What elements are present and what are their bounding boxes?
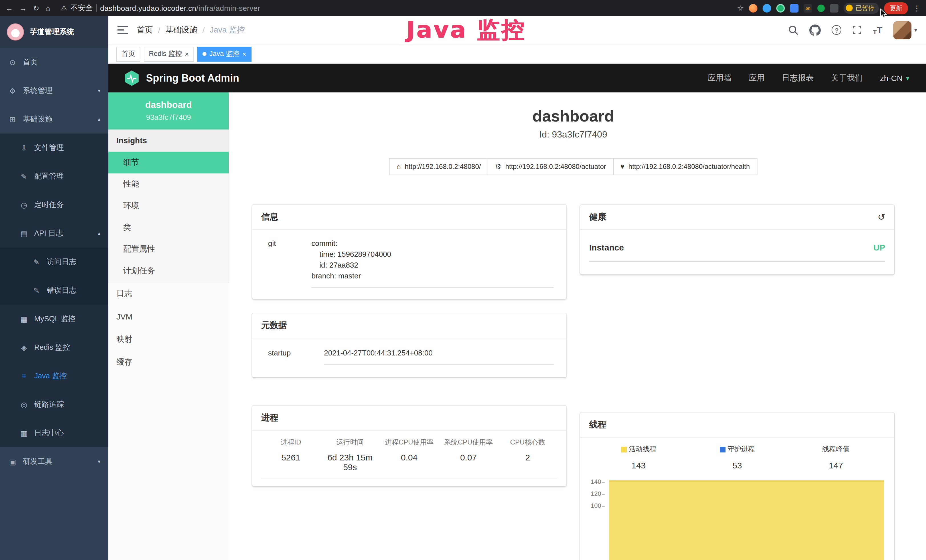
sba-menu-journal[interactable]: 日志报表: [782, 73, 814, 83]
sidebar-item-config-management[interactable]: ✎ 配置管理: [0, 162, 108, 191]
system-cpu: 系统CPU使用率 0.07: [439, 437, 498, 472]
sidebar-item-label: 基础设施: [23, 114, 53, 124]
sidebar-item-infrastructure[interactable]: ⊞ 基础设施 ▴: [0, 105, 108, 133]
sba-item-details[interactable]: 细节: [108, 152, 229, 173]
sidebar-item-redis-monitor[interactable]: ◈ Redis 监控: [0, 333, 108, 362]
extension-icon-onetab[interactable]: on: [803, 4, 812, 12]
extension-icon-fox[interactable]: [749, 4, 758, 12]
trace-icon: ◎: [20, 400, 29, 409]
sba-item-environment[interactable]: 环境: [108, 195, 229, 217]
health-url-link[interactable]: ♥ http://192.168.0.2:48080/actuator/heal…: [613, 158, 757, 175]
sba-item-metrics[interactable]: 性能: [108, 173, 229, 195]
sba-menu-about[interactable]: 关于我们: [831, 73, 863, 83]
sidebar-item-access-logs[interactable]: ✎ 访问日志: [0, 248, 108, 276]
extension-icon-puzzle[interactable]: [830, 4, 838, 12]
sidebar-item-file-management[interactable]: ⇩ 文件管理: [0, 133, 108, 162]
sidebar-item-log-center[interactable]: ▥ 日志中心: [0, 419, 108, 447]
bookmark-star-icon[interactable]: ☆: [737, 4, 744, 12]
hamburger-icon[interactable]: [118, 26, 128, 34]
extension-icon-green[interactable]: [776, 4, 785, 12]
tab-close-icon[interactable]: ×: [185, 50, 189, 58]
sidebar-item-label: 错误日志: [47, 285, 76, 295]
sba-locale-select[interactable]: zh-CN ▾: [880, 74, 909, 83]
sidebar-item-mysql-monitor[interactable]: ▦ MySQL 监控: [0, 305, 108, 333]
sidebar-item-label: Redis 监控: [34, 342, 70, 353]
tab-home[interactable]: 首页: [117, 47, 140, 61]
browser-update-button[interactable]: 更新: [884, 2, 908, 14]
chevron-up-icon: ▴: [98, 230, 100, 236]
breadcrumb-infrastructure[interactable]: 基础设施: [165, 25, 197, 35]
browser-reload-icon[interactable]: ↻: [33, 4, 39, 12]
search-icon[interactable]: [788, 25, 799, 35]
sidebar-item-label: 访问日志: [47, 257, 76, 267]
threads-legend: 活动线程 143 守护进程: [589, 445, 885, 470]
sidebar-item-label: 系统管理: [23, 86, 53, 96]
sba-item-jvm[interactable]: JVM: [108, 305, 229, 328]
app-logo-row[interactable]: 芋道管理系统: [0, 16, 108, 48]
paused-badge[interactable]: 已暂停: [844, 3, 879, 14]
sba-item-config-props[interactable]: 配置属性: [108, 239, 229, 260]
sba-item-mappings[interactable]: 映射: [108, 328, 229, 351]
extension-icon-drop[interactable]: [763, 4, 771, 12]
caret-down-icon: ▾: [906, 74, 909, 82]
sidebar-item-label: 日志中心: [34, 428, 64, 438]
actuator-url-link[interactable]: ⚙ http://192.168.0.2:48080/actuator: [488, 158, 613, 175]
sidebar-item-error-logs[interactable]: ✎ 错误日志: [0, 276, 108, 305]
legend-yellow-swatch: [621, 446, 626, 452]
tools-icon: ▣: [8, 457, 17, 466]
help-icon[interactable]: ?: [832, 25, 841, 35]
browser-back-icon[interactable]: ←: [6, 4, 13, 12]
service-url-link[interactable]: ⌂ http://192.168.0.2:48080/: [389, 158, 488, 175]
sidebar-item-label: MySQL 监控: [34, 314, 76, 324]
sba-item-caches[interactable]: 缓存: [108, 351, 229, 374]
health-card: 健康 ↺ Instance UP: [580, 205, 894, 274]
sidebar-item-java-monitor[interactable]: ⌗ Java 监控: [0, 362, 108, 390]
health-card-title: 健康: [589, 212, 606, 222]
sidebar-item-system-management[interactable]: ⚙ 系统管理 ▾: [0, 76, 108, 105]
sidebar-item-label: 配置管理: [34, 171, 64, 182]
sidebar-item-scheduled-tasks[interactable]: ◷ 定时任务: [0, 191, 108, 219]
infrastructure-submenu: ⇩ 文件管理 ✎ 配置管理 ◷ 定时任务 ▤ API 日志 ▴ ✎: [0, 133, 108, 447]
doc-edit-icon: ✎: [32, 286, 41, 295]
sidebar-item-dev-tools[interactable]: ▣ 研发工具 ▾: [0, 447, 108, 476]
active-tab-dot: [203, 52, 206, 56]
sba-title: Spring Boot Admin: [146, 72, 239, 84]
sba-item-classes[interactable]: 类: [108, 217, 229, 239]
sba-menu-applications[interactable]: 应用: [749, 73, 765, 83]
process-pid: 进程ID 5261: [261, 437, 321, 472]
sba-item-scheduled-tasks[interactable]: 计划任务: [108, 260, 229, 282]
url-bar[interactable]: ⚠ 不安全 dashboard.yudao.iocoder.cn/infra/a…: [61, 3, 260, 13]
sidebar-item-label: 首页: [23, 57, 38, 67]
threads-card-title: 线程: [589, 419, 606, 430]
extension-icon-grid[interactable]: [790, 4, 799, 12]
sidebar-item-label: 文件管理: [34, 143, 64, 153]
y-axis-tick: 100: [589, 502, 605, 509]
log-center-icon: ▥: [20, 429, 29, 437]
metadata-row-value: 2021-04-27T00:44:31.254+08:00: [324, 349, 554, 365]
user-avatar-menu[interactable]: ▾: [893, 21, 917, 39]
sba-item-logs[interactable]: 日志: [108, 282, 229, 305]
tab-java-monitor[interactable]: Java 监控 ×: [197, 47, 251, 61]
sidebar-item-trace[interactable]: ◎ 链路追踪: [0, 390, 108, 419]
github-icon[interactable]: [809, 24, 821, 36]
heartbeat-icon: ♥: [620, 163, 624, 171]
warning-icon: ⚠: [61, 4, 67, 12]
browser-home-icon[interactable]: ⌂: [45, 4, 50, 12]
sba-instance-header[interactable]: dashboard 93a3fc7f7409: [108, 92, 229, 130]
browser-forward-icon[interactable]: →: [20, 4, 27, 12]
sidebar-item-home[interactable]: ⊙ 首页: [0, 48, 108, 76]
tab-redis-monitor[interactable]: Redis 监控 ×: [144, 47, 194, 61]
breadcrumb-home[interactable]: 首页: [137, 25, 153, 35]
extension-icon-leaf[interactable]: [817, 4, 825, 12]
sba-header: Spring Boot Admin 应用墙 应用 日志报表 关于我们 zh-CN…: [108, 64, 926, 92]
sidebar-item-api-logs[interactable]: ▤ API 日志 ▴: [0, 219, 108, 248]
legend-blue-swatch: [720, 446, 725, 452]
redis-icon: ◈: [20, 343, 29, 352]
fullscreen-icon[interactable]: [852, 25, 862, 35]
timer-icon: ◷: [20, 201, 29, 209]
browser-menu-icon[interactable]: ⋮: [913, 4, 921, 12]
tab-close-icon[interactable]: ×: [242, 50, 246, 58]
sba-menu-wallboard[interactable]: 应用墙: [708, 73, 732, 83]
font-size-icon[interactable]: TT: [873, 25, 882, 35]
history-icon[interactable]: ↺: [878, 212, 885, 222]
